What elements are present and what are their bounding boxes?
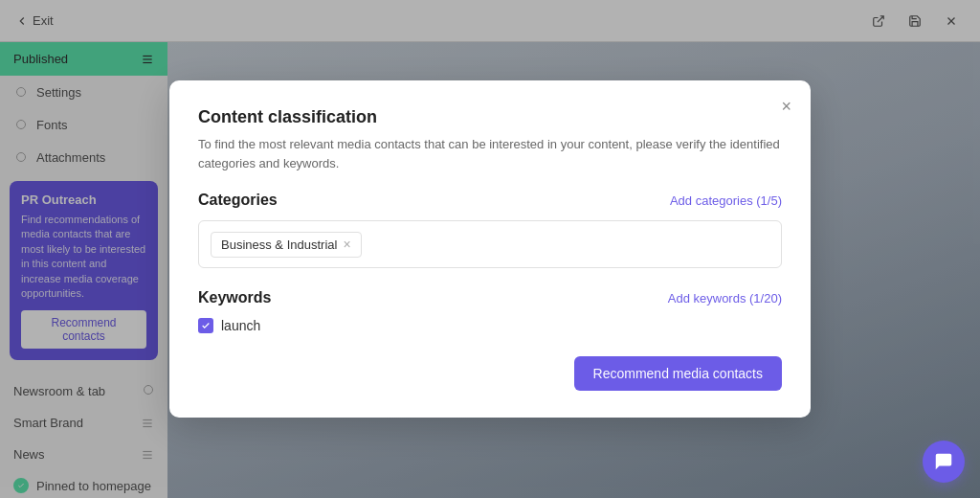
category-tag-business: Business & Industrial × <box>211 232 362 258</box>
category-tag-remove[interactable]: × <box>343 238 350 251</box>
content-classification-modal: × Content classification To find the mos… <box>169 80 811 418</box>
keyword-check-icon <box>201 321 211 330</box>
keyword-checkbox-launch[interactable] <box>198 318 213 333</box>
keywords-title: Keywords <box>198 289 271 306</box>
keyword-item-launch: launch <box>198 318 782 333</box>
category-tag-label: Business & Industrial <box>221 238 337 252</box>
modal-close-button[interactable]: × <box>781 98 791 115</box>
modal-title: Content classification <box>198 107 782 127</box>
keywords-section-header: Keywords Add keywords (1/20) <box>198 289 782 306</box>
keywords-area: launch <box>198 318 782 333</box>
modal-subtitle: To find the most relevant media contacts… <box>198 135 782 172</box>
keyword-label-launch: launch <box>221 318 260 333</box>
categories-title: Categories <box>198 192 278 209</box>
categories-area: Business & Industrial × <box>198 220 782 268</box>
chat-icon <box>933 451 954 472</box>
recommend-media-contacts-button[interactable]: Recommend media contacts <box>574 356 782 391</box>
modal-footer: Recommend media contacts <box>198 356 782 391</box>
add-categories-link[interactable]: Add categories (1/5) <box>670 193 782 208</box>
add-keywords-link[interactable]: Add keywords (1/20) <box>668 291 782 306</box>
chat-bubble-button[interactable] <box>923 441 965 483</box>
modal-overlay: × Content classification To find the mos… <box>0 0 980 498</box>
categories-section-header: Categories Add categories (1/5) <box>198 192 782 209</box>
